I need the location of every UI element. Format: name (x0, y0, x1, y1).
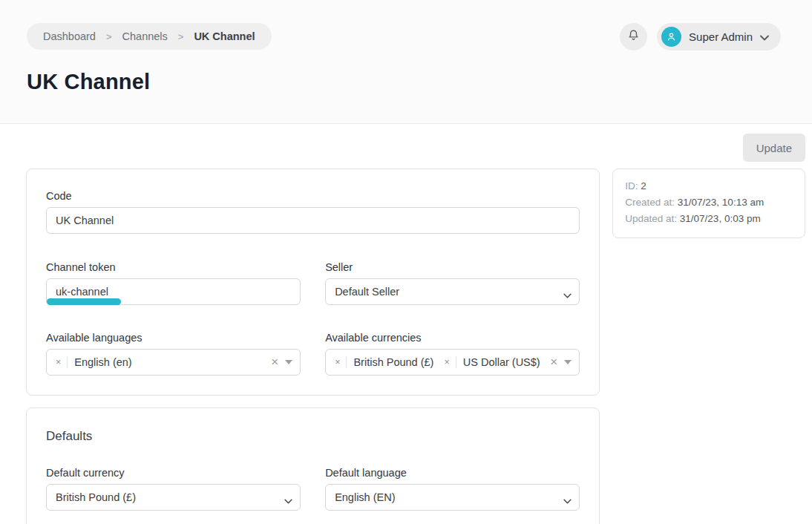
dropdown-arrow-icon[interactable] (285, 360, 292, 364)
dropdown-arrow-icon[interactable] (564, 360, 572, 364)
breadcrumb-current[interactable]: UK Channel (194, 30, 255, 42)
chip-label: US Dollar (US$) (456, 356, 540, 368)
page-header: Dashboard > Channels > UK Channel (0, 0, 812, 124)
meta-created-value: 31/07/23, 10:13 am (678, 197, 764, 208)
page-title: UK Channel (27, 70, 812, 94)
meta-created-label: Created at: (625, 197, 675, 208)
available-currencies-label: Available currencies (325, 332, 580, 344)
remove-chip-icon[interactable]: × (332, 357, 346, 367)
breadcrumb-channels[interactable]: Channels (122, 30, 168, 42)
language-chip: × English (en) (53, 356, 132, 368)
remove-chip-icon[interactable]: × (53, 357, 67, 367)
meta-updated: Updated at: 31/07/23, 0:03 pm (625, 211, 793, 227)
clear-all-icon[interactable]: × (543, 355, 564, 370)
meta-id: ID: 2 (625, 178, 793, 194)
default-currency-label: Default currency (46, 467, 301, 479)
defaults-heading: Defaults (46, 429, 580, 444)
clear-all-icon[interactable]: × (264, 355, 285, 370)
available-currencies-multiselect[interactable]: × British Pound (£) × US Dollar (US$) × (325, 349, 580, 376)
currency-chip: × US Dollar (US$) (441, 356, 540, 368)
chip-label: English (en) (67, 356, 131, 368)
default-currency-field-group: Default currency British Pound (£) (46, 467, 301, 511)
defaults-card: Defaults Default currency British Pound … (26, 407, 600, 524)
code-label: Code (46, 190, 580, 202)
user-menu-button[interactable]: Super Admin (657, 23, 781, 50)
notifications-button[interactable] (620, 23, 647, 50)
header-actions: Super Admin (620, 23, 781, 50)
available-languages-field-group: Available languages × English (en) × (46, 332, 301, 376)
token-highlight-bar (47, 298, 121, 305)
breadcrumb-separator-icon: > (178, 31, 184, 42)
seller-label: Seller (325, 261, 580, 273)
currency-chip: × British Pound (£) (332, 356, 433, 368)
user-avatar (661, 27, 681, 47)
default-language-field-group: Default language English (EN) (325, 467, 580, 511)
remove-chip-icon[interactable]: × (441, 357, 455, 367)
update-button[interactable]: Update (743, 134, 805, 162)
channel-token-label: Channel token (46, 261, 301, 273)
meta-updated-value: 31/07/23, 0:03 pm (680, 213, 761, 224)
default-currency-select[interactable]: British Pound (£) (46, 484, 301, 511)
seller-field-group: Seller Default Seller (325, 261, 580, 305)
seller-select[interactable]: Default Seller (325, 278, 580, 305)
action-bar: Update (26, 134, 805, 162)
channel-token-field-group: Channel token (46, 261, 301, 305)
meta-id-label: ID: (625, 180, 638, 191)
chip-label: British Pound (£) (346, 356, 433, 368)
chevron-down-icon (760, 30, 769, 44)
form-column: Code Channel token Seller (26, 168, 600, 524)
default-language-label: Default language (325, 467, 580, 479)
user-name: Super Admin (689, 30, 753, 43)
available-currencies-field-group: Available currencies × British Pound (£)… (325, 332, 580, 376)
available-languages-label: Available languages (46, 332, 301, 344)
breadcrumb: Dashboard > Channels > UK Channel (27, 23, 272, 50)
default-language-select[interactable]: English (EN) (325, 484, 580, 511)
top-bar: Dashboard > Channels > UK Channel (0, 0, 812, 50)
meta-id-value: 2 (641, 180, 646, 191)
channel-details-card: Code Channel token Seller (26, 168, 600, 396)
meta-column: ID: 2 Created at: 31/07/23, 10:13 am Upd… (612, 168, 805, 238)
breadcrumb-separator-icon: > (106, 31, 112, 42)
breadcrumb-dashboard[interactable]: Dashboard (43, 30, 96, 42)
meta-updated-label: Updated at: (625, 213, 677, 224)
bell-icon (626, 28, 641, 45)
available-languages-multiselect[interactable]: × English (en) × (46, 349, 301, 376)
entity-meta-card: ID: 2 Created at: 31/07/23, 10:13 am Upd… (612, 168, 805, 238)
code-field-group: Code (46, 190, 580, 234)
meta-created: Created at: 31/07/23, 10:13 am (625, 194, 793, 211)
main-content: Update Code Channel token (0, 124, 812, 524)
code-input[interactable] (46, 207, 580, 234)
